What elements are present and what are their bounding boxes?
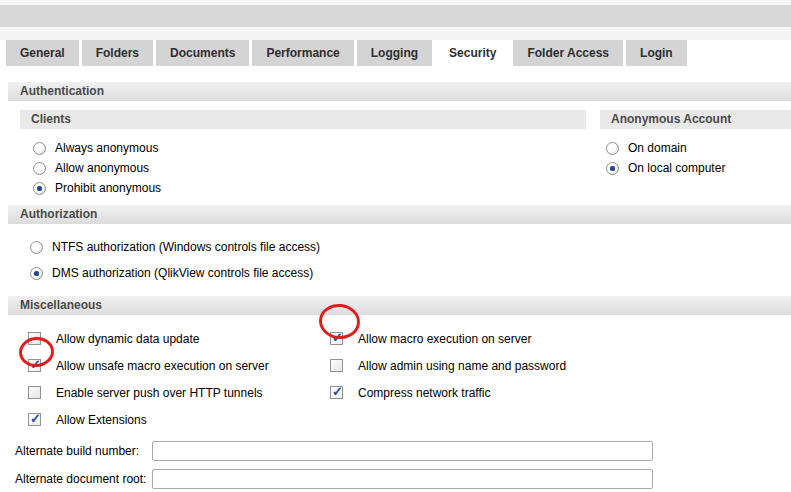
tab-folders[interactable]: Folders	[82, 40, 153, 66]
dms-authorization-label: DMS authorization (QlikView controls fil…	[52, 266, 313, 280]
compress-network-traffic-checkbox[interactable]	[330, 386, 343, 399]
compress-network-traffic-label: Compress network traffic	[358, 386, 491, 400]
radio-row-allow-anonymous: Allow anonymous	[33, 158, 586, 178]
allow-extensions-label: Allow Extensions	[56, 413, 147, 427]
tab-login[interactable]: Login	[626, 40, 687, 66]
checkbox-row-allow-unsafe-macro-execution: Allow unsafe macro execution on server	[28, 352, 330, 379]
prohibit-anonymous-label: Prohibit anonymous	[55, 181, 161, 195]
anonymous-account-radio-group: On domain On local computer	[606, 138, 791, 178]
allow-admin-name-password-checkbox[interactable]	[330, 359, 343, 372]
allow-macro-execution-label: Allow macro execution on server	[358, 332, 531, 346]
radio-row-dms-authorization: DMS authorization (QlikView controls fil…	[30, 260, 791, 286]
alternate-document-root-input[interactable]	[152, 469, 653, 489]
header-band	[0, 5, 791, 27]
checkbox-grid-empty-cell	[330, 406, 791, 433]
authentication-columns: Clients Always anonymous Allow anonymous…	[20, 110, 791, 198]
radio-row-prohibit-anonymous: Prohibit anonymous	[33, 178, 586, 198]
alternate-build-number-input[interactable]	[152, 441, 653, 461]
on-local-computer-radio[interactable]	[606, 162, 619, 175]
radio-row-on-domain: On domain	[606, 138, 791, 158]
allow-unsafe-macro-execution-label: Allow unsafe macro execution on server	[56, 359, 269, 373]
on-local-computer-label: On local computer	[628, 161, 725, 175]
tab-folder-access[interactable]: Folder Access	[513, 40, 623, 66]
pre-tab-strip	[0, 27, 791, 40]
tab-bar: General Folders Documents Performance Lo…	[0, 40, 791, 66]
allow-extensions-checkbox[interactable]	[28, 413, 41, 426]
radio-row-on-local-computer: On local computer	[606, 158, 791, 178]
alternate-build-number-row: Alternate build number:	[15, 441, 791, 461]
checkbox-row-allow-macro-execution: Allow macro execution on server	[330, 325, 791, 352]
anonymous-account-subheader: Anonymous Account	[600, 110, 791, 129]
checkbox-row-enable-server-push: Enable server push over HTTP tunnels	[28, 379, 330, 406]
on-domain-radio[interactable]	[606, 142, 619, 155]
alternate-fields: Alternate build number: Alternate docume…	[15, 441, 791, 489]
always-anonymous-radio[interactable]	[33, 142, 46, 155]
checkbox-row-allow-extensions: Allow Extensions	[28, 406, 330, 433]
ntfs-authorization-radio[interactable]	[30, 241, 43, 254]
enable-server-push-checkbox[interactable]	[28, 386, 41, 399]
clients-subheader: Clients	[20, 110, 586, 129]
tab-security[interactable]: Security	[435, 40, 510, 66]
checkbox-row-allow-dynamic-data-update: Allow dynamic data update	[28, 325, 330, 352]
allow-unsafe-macro-execution-checkbox[interactable]	[28, 359, 41, 372]
checkbox-row-compress-network-traffic: Compress network traffic	[330, 379, 791, 406]
on-domain-label: On domain	[628, 141, 687, 155]
always-anonymous-label: Always anonymous	[55, 141, 158, 155]
authorization-section-header: Authorization	[8, 205, 791, 224]
ntfs-authorization-label: NTFS authorization (Windows controls fil…	[52, 240, 320, 254]
miscellaneous-section-header: Miscellaneous	[8, 296, 791, 315]
radio-row-always-anonymous: Always anonymous	[33, 138, 586, 158]
tab-general[interactable]: General	[6, 40, 79, 66]
tab-documents[interactable]: Documents	[156, 40, 249, 66]
allow-macro-execution-checkbox[interactable]	[330, 332, 343, 345]
enable-server-push-label: Enable server push over HTTP tunnels	[56, 386, 263, 400]
allow-anonymous-radio[interactable]	[33, 162, 46, 175]
allow-dynamic-data-update-checkbox[interactable]	[28, 332, 41, 345]
checkbox-row-allow-admin-name-password: Allow admin using name and password	[330, 352, 791, 379]
allow-anonymous-label: Allow anonymous	[55, 161, 149, 175]
allow-dynamic-data-update-label: Allow dynamic data update	[56, 332, 199, 346]
clients-radio-group: Always anonymous Allow anonymous Prohibi…	[33, 138, 586, 198]
dms-authorization-radio[interactable]	[30, 267, 43, 280]
alternate-document-root-label: Alternate document root:	[15, 472, 152, 486]
authorization-radio-group: NTFS authorization (Windows controls fil…	[30, 234, 791, 286]
alternate-document-root-row: Alternate document root:	[15, 469, 791, 489]
tab-performance[interactable]: Performance	[252, 40, 353, 66]
alternate-build-number-label: Alternate build number:	[15, 444, 152, 458]
allow-admin-name-password-label: Allow admin using name and password	[358, 359, 566, 373]
tab-logging[interactable]: Logging	[357, 40, 432, 66]
authentication-section-header: Authentication	[8, 82, 791, 101]
radio-row-ntfs-authorization: NTFS authorization (Windows controls fil…	[30, 234, 791, 260]
prohibit-anonymous-radio[interactable]	[33, 182, 46, 195]
miscellaneous-checkbox-grid: Allow dynamic data update Allow macro ex…	[28, 325, 791, 433]
